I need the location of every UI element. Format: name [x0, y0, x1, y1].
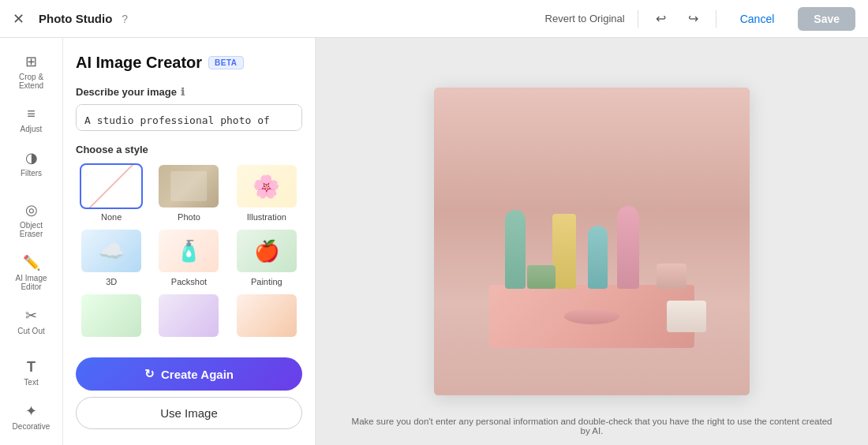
style-grid: None Photo 🌸 Illustration ☁️ — [76, 163, 302, 342]
sidebar-label-text: Text — [24, 378, 38, 387]
style-thumb-painting: 🍎 — [235, 228, 298, 274]
style-thumb-none — [80, 163, 143, 209]
style-item-photo[interactable]: Photo — [153, 163, 224, 222]
create-again-button[interactable]: ↻ Create Again — [76, 357, 302, 391]
sidebar-label-crop: Crop & Extend — [8, 73, 54, 90]
product-1 — [505, 210, 526, 289]
style-name-none: None — [101, 212, 122, 222]
style-item-3d[interactable]: ☁️ 3D — [76, 228, 147, 286]
style-thumb-photo — [157, 163, 220, 209]
describe-label: Describe your image ℹ — [76, 86, 302, 98]
canvas-footer: Make sure you don't enter any personal i… — [316, 417, 868, 436]
crop-icon: ⊞ — [25, 53, 37, 70]
sidebar-label-ai-image-editor: AI Image Editor — [8, 274, 54, 291]
save-button[interactable]: Save — [798, 7, 855, 31]
panel-buttons: ↻ Create Again Use Image — [76, 357, 302, 429]
canvas-image — [434, 88, 750, 395]
eraser-icon: ◎ — [25, 201, 38, 219]
style-thumb-3d: ☁️ — [80, 228, 143, 274]
topbar-divider1 — [638, 10, 638, 28]
beta-badge: BETA — [208, 56, 243, 69]
style-item-more1[interactable] — [76, 293, 147, 342]
decorative-icon: ✦ — [25, 402, 37, 420]
style-thumb-packshot: 🧴 — [157, 228, 220, 274]
sidebar-item-text[interactable]: T Text — [5, 353, 58, 393]
close-button[interactable]: ✕ — [13, 10, 24, 28]
product-5 — [527, 265, 556, 289]
cancel-button[interactable]: Cancel — [729, 8, 786, 30]
style-thumb-illustration: 🌸 — [235, 163, 298, 209]
style-item-none[interactable]: None — [76, 163, 147, 222]
style-item-more3[interactable] — [231, 293, 302, 342]
style-item-more2[interactable] — [153, 293, 224, 342]
panel-header: AI Image Creator BETA — [76, 54, 302, 72]
style-name-illustration: Illustration — [247, 212, 286, 222]
sidebar-label-cut-out: Cut Out — [17, 327, 44, 335]
canvas-area: Make sure you don't enter any personal i… — [316, 38, 868, 445]
style-item-illustration[interactable]: 🌸 Illustration — [231, 163, 302, 222]
sidebar-label-adjust: Adjust — [21, 125, 43, 133]
topbar-actions: Revert to Original ↩ ↪ Cancel Save — [545, 7, 855, 31]
topbar: ✕ Photo Studio ? Revert to Original ↩ ↪ … — [0, 0, 868, 38]
topbar-divider2 — [716, 10, 716, 28]
generated-image — [434, 88, 750, 395]
style-name-photo: Photo — [178, 212, 200, 222]
product-4 — [617, 206, 639, 289]
style-label: Choose a style — [76, 144, 302, 155]
undo-button[interactable]: ↩ — [651, 8, 671, 29]
sidebar-item-filters[interactable]: ◑ Filters — [5, 143, 58, 184]
redo-button[interactable]: ↪ — [683, 8, 703, 29]
ai-editor-icon: ✏️ — [23, 254, 40, 271]
ai-image-creator-panel: AI Image Creator BETA Describe your imag… — [63, 38, 316, 445]
use-image-button[interactable]: Use Image — [76, 397, 302, 429]
main-layout: ⊞ Crop & Extend ≡ Adjust ◑ Filters ◎ Obj… — [0, 38, 868, 445]
text-icon: T — [27, 359, 36, 376]
style-name-painting: Painting — [251, 277, 282, 286]
style-name-packshot: Packshot — [171, 277, 207, 286]
product-7 — [564, 309, 619, 324]
style-name-3d: 3D — [106, 277, 117, 286]
sidebar-item-ai-image-editor[interactable]: ✏️ AI Image Editor — [5, 248, 58, 297]
style-thumb-more1 — [80, 293, 143, 338]
sidebar-label-object-eraser: Object Eraser — [8, 221, 54, 238]
page-title: Photo Studio — [39, 12, 112, 25]
help-icon[interactable]: ? — [122, 13, 128, 25]
revert-button[interactable]: Revert to Original — [545, 13, 625, 24]
refresh-icon: ↻ — [144, 367, 155, 381]
style-thumb-more2 — [157, 293, 220, 338]
sidebar-item-crop-extend[interactable]: ⊞ Crop & Extend — [5, 47, 58, 96]
style-item-painting[interactable]: 🍎 Painting — [231, 228, 302, 286]
sidebar-item-decorative[interactable]: ✦ Decorative — [5, 396, 58, 437]
product-8 — [667, 301, 706, 332]
prompt-input[interactable] — [76, 104, 302, 131]
product-6 — [657, 264, 687, 289]
style-item-packshot[interactable]: 🧴 Packshot — [153, 228, 224, 286]
sidebar-item-cut-out[interactable]: ✂ Cut Out — [5, 301, 58, 342]
style-thumb-more3 — [235, 293, 298, 338]
filters-icon: ◑ — [25, 149, 38, 166]
product-2 — [552, 214, 576, 289]
panel-title-text: AI Image Creator — [76, 54, 202, 72]
adjust-icon: ≡ — [27, 106, 36, 122]
sidebar-label-filters: Filters — [21, 169, 42, 178]
describe-info-icon[interactable]: ℹ — [181, 86, 185, 98]
sidebar-item-adjust[interactable]: ≡ Adjust — [5, 99, 58, 140]
product-3 — [588, 226, 608, 289]
sidebar-item-object-eraser[interactable]: ◎ Object Eraser — [5, 195, 58, 245]
sidebar-label-decorative: Decorative — [13, 422, 51, 431]
sidebar-item-overlays[interactable]: ⬡ Overlays — [5, 440, 58, 445]
create-again-label: Create Again — [161, 368, 234, 381]
cut-icon: ✂ — [25, 307, 37, 324]
sidebar: ⊞ Crop & Extend ≡ Adjust ◑ Filters ◎ Obj… — [0, 38, 63, 445]
